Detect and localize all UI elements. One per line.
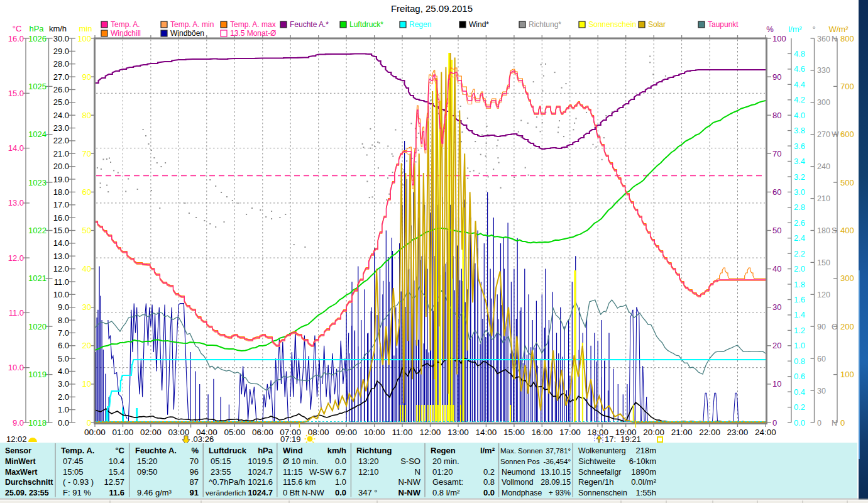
svg-text:0.4: 0.4: [794, 387, 805, 397]
svg-text:8.0: 8.0: [58, 316, 69, 325]
svg-text:0.8: 0.8: [483, 477, 495, 487]
svg-text:12:00: 12:00: [420, 428, 441, 437]
svg-text:N: N: [415, 467, 420, 477]
svg-text:13.5 Monat-Ø: 13.5 Monat-Ø: [230, 29, 276, 38]
svg-text:Solar: Solar: [648, 20, 666, 29]
svg-text:( - 0.93 ): ( - 0.93 ): [63, 477, 94, 487]
svg-text:1.8: 1.8: [794, 280, 805, 289]
svg-text:Temp. A. max: Temp. A. max: [230, 20, 276, 29]
svg-text:21:00: 21:00: [671, 428, 693, 437]
svg-text:07:19: 07:19: [280, 434, 301, 444]
svg-text:24:00: 24:00: [755, 428, 776, 437]
svg-text:1018: 1018: [28, 418, 47, 428]
svg-text:9.0: 9.0: [58, 302, 69, 312]
svg-text:9.46 g/m³: 9.46 g/m³: [137, 488, 172, 497]
svg-text:0.8: 0.8: [794, 357, 805, 366]
svg-text:30: 30: [817, 387, 826, 395]
svg-text:°C: °C: [115, 446, 124, 455]
svg-text:0.0: 0.0: [483, 488, 495, 497]
svg-text:10: 10: [82, 379, 91, 389]
svg-text:40: 40: [82, 264, 91, 274]
svg-text:50: 50: [772, 226, 781, 235]
svg-text:500: 500: [840, 178, 854, 187]
svg-text:12.0: 12.0: [8, 253, 24, 263]
svg-text:hPa: hPa: [29, 24, 44, 33]
svg-text:70: 70: [82, 149, 91, 158]
svg-text:13.0: 13.0: [53, 252, 69, 261]
svg-text:1019: 1019: [28, 370, 47, 379]
svg-text:Durchschnitt: Durchschnitt: [5, 478, 53, 487]
svg-text:15.0: 15.0: [53, 226, 69, 235]
svg-text:29.0: 29.0: [53, 47, 69, 56]
svg-text:Richtung*: Richtung*: [529, 20, 561, 29]
svg-text:4.0: 4.0: [58, 367, 69, 376]
svg-text:°C: °C: [13, 24, 22, 33]
svg-text:1020: 1020: [28, 322, 47, 331]
svg-text:60: 60: [817, 355, 826, 363]
svg-text:20:00: 20:00: [643, 428, 664, 437]
svg-text:%: %: [766, 25, 774, 34]
svg-text:150: 150: [817, 258, 830, 267]
svg-text:9.0: 9.0: [13, 418, 24, 428]
svg-text:°: °: [812, 25, 815, 34]
svg-text:600: 600: [840, 130, 854, 139]
svg-text:25.0: 25.0: [53, 97, 69, 107]
svg-text:N-NW: N-NW: [398, 488, 421, 497]
svg-text:20 min.: 20 min.: [432, 456, 459, 466]
svg-text:Temp. A.: Temp. A.: [61, 446, 94, 455]
svg-text:Luftdruck: Luftdruck: [209, 446, 247, 455]
svg-text:3.0: 3.0: [58, 379, 69, 389]
svg-text:11:15: 11:15: [283, 467, 303, 477]
svg-text:21.0: 21.0: [53, 149, 69, 158]
svg-text:20.0: 20.0: [53, 162, 69, 171]
svg-text:100: 100: [840, 370, 854, 379]
svg-text:0.0: 0.0: [794, 418, 805, 428]
svg-text:10.4: 10.4: [109, 456, 124, 466]
svg-text:12:02: 12:02: [6, 434, 27, 444]
svg-text:0.2: 0.2: [483, 467, 495, 477]
svg-text:0.6: 0.6: [794, 372, 805, 381]
svg-text:Neumond: Neumond: [502, 468, 535, 477]
svg-text:90: 90: [817, 323, 826, 331]
svg-text:Temp. A. min: Temp. A. min: [170, 20, 214, 29]
svg-text:01:00: 01:00: [113, 428, 134, 437]
svg-text:4.6: 4.6: [794, 64, 805, 74]
svg-text:60: 60: [772, 187, 781, 197]
svg-text:70: 70: [190, 456, 199, 466]
svg-text:23.0: 23.0: [53, 123, 69, 133]
svg-text:Vollmond: Vollmond: [502, 478, 534, 487]
svg-text:Schneefallgr: Schneefallgr: [578, 468, 621, 477]
svg-text:1.4: 1.4: [794, 310, 805, 319]
svg-text:10: 10: [772, 379, 781, 389]
svg-text:Temp. A.: Temp. A.: [111, 20, 140, 29]
svg-text:0: 0: [772, 418, 777, 428]
svg-text:Freitag, 25.09.2015: Freitag, 25.09.2015: [391, 3, 473, 14]
svg-text:15.4: 15.4: [109, 467, 124, 477]
svg-text:40: 40: [772, 264, 781, 274]
svg-text:Taupunkt: Taupunkt: [708, 20, 739, 29]
svg-text:7.0: 7.0: [58, 328, 69, 338]
svg-text:360: 360: [817, 35, 830, 43]
svg-text:300: 300: [817, 98, 830, 107]
svg-text:Sichtweite: Sichtweite: [578, 456, 615, 466]
svg-text:17: 19:21: 17: 19:21: [605, 434, 641, 444]
svg-text:Sonnen Pos: Sonnen Pos: [500, 458, 540, 465]
svg-text:30: 30: [772, 302, 781, 312]
svg-text:1:55h: 1:55h: [635, 488, 656, 497]
svg-text:1024.7: 1024.7: [248, 488, 273, 497]
svg-text:400: 400: [840, 226, 854, 235]
svg-text:25.09. 23:55: 25.09. 23:55: [5, 489, 49, 497]
svg-text:Wolkenunterg: Wolkenunterg: [578, 446, 626, 455]
svg-text:50: 50: [82, 226, 91, 235]
svg-text:2.8: 2.8: [794, 202, 805, 212]
svg-text:0.8 l/m²: 0.8 l/m²: [432, 488, 460, 497]
svg-text:1.0: 1.0: [794, 341, 805, 350]
svg-text:1.0: 1.0: [58, 405, 69, 414]
svg-text:100: 100: [772, 34, 786, 43]
svg-text:23:55: 23:55: [211, 467, 231, 477]
svg-text:1021.6: 1021.6: [248, 477, 273, 487]
svg-text:.03:26: .03:26: [191, 434, 214, 444]
svg-text:0.0: 0.0: [335, 488, 346, 497]
svg-text:10.0: 10.0: [8, 363, 24, 372]
svg-text:11:00: 11:00: [392, 428, 413, 437]
